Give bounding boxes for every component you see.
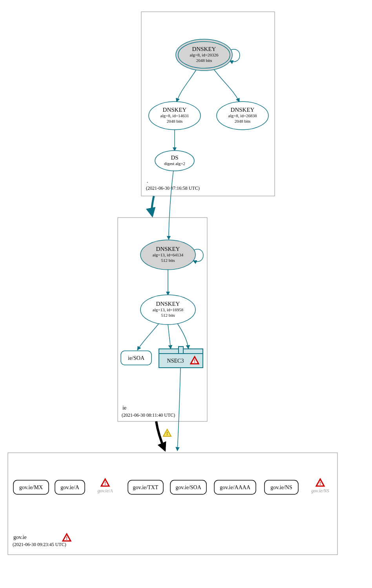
edge-nsec3-govie: [177, 368, 181, 451]
root-zsk1-sub1: alg=8, id=14631: [160, 113, 189, 118]
govie-a-label: gov.ie/A: [60, 485, 80, 490]
warning-icon: !: [163, 429, 171, 436]
root-ds: [155, 151, 194, 171]
govie-soa-label: gov.ie/SOA: [175, 485, 201, 490]
root-zsk2-sub2: 2048 bits: [235, 119, 251, 123]
root-ds-title: DS: [171, 154, 178, 161]
svg-text:!: !: [194, 358, 195, 364]
svg-text:!: !: [104, 481, 106, 486]
warning-icon: !: [316, 479, 324, 486]
edge-iezsk-nsec3-b: [177, 323, 188, 349]
root-zsk2-sub1: alg=8, id=26838: [228, 113, 257, 118]
root-zone-time: (2021-06-30 07:16:58 UTC): [146, 185, 200, 191]
dnssec-diagram: . (2021-06-30 07:16:58 UTC) DNSKEY alg=8…: [4, 4, 368, 584]
ie-ksk-sub2: 512 bits: [161, 258, 175, 263]
edge-rksk-rzsk2: [214, 69, 239, 102]
ie-zsk-title: DNSKEY: [156, 301, 180, 307]
edge-rksk-rzsk1: [177, 70, 196, 102]
govie-zone-time: (2021-06-30 09:23:45 UTC): [13, 542, 66, 547]
root-zsk2-title: DNSKEY: [231, 107, 255, 113]
root-ds-sub1: digest alg=2: [164, 161, 185, 166]
ie-zone-time: (2021-06-30 08:11:40 UTC): [122, 412, 175, 418]
govie-mx-label: gov.ie/MX: [19, 485, 43, 490]
govie-ns-label: gov.ie/NS: [270, 485, 292, 490]
warning-icon: !: [101, 479, 109, 486]
svg-text:!: !: [66, 535, 67, 541]
ie-ksk-title: DNSKEY: [156, 246, 180, 252]
govie-aaaa-label: gov.ie/AAAA: [220, 485, 251, 490]
ie-nsec3-group: NSEC3 !: [159, 347, 203, 368]
edge-iezsk-iesoa: [137, 323, 159, 350]
ie-soa-label: ie/SOA: [128, 355, 145, 361]
svg-rect-2: [179, 347, 183, 354]
govie-txt-label: gov.ie/TXT: [133, 485, 159, 490]
edge-ds-ieksk: [169, 171, 173, 240]
root-ksk-sub2: 2048 bits: [196, 58, 212, 63]
warning-icon: !: [63, 534, 71, 541]
govie-a-grey: gov.ie/A: [98, 488, 113, 494]
govie-ns-grey: gov.ie/NS: [311, 488, 329, 494]
govie-zone-box: [8, 453, 337, 555]
ie-zone-name: ie: [122, 405, 126, 411]
ie-nsec3-label: NSEC3: [167, 358, 184, 364]
root-ksk-title: DNSKEY: [192, 46, 216, 52]
edge-root-to-ie-zone: [152, 196, 154, 216]
ie-zsk-sub1: alg=13, id=16958: [153, 307, 184, 312]
svg-text:!: !: [166, 431, 168, 436]
root-zone-name: .: [147, 178, 148, 184]
svg-text:!: !: [319, 481, 321, 486]
govie-zone-name: gov.ie: [13, 534, 27, 540]
root-ksk-sub1: alg=8, id=20326: [190, 53, 219, 57]
root-zsk1-title: DNSKEY: [163, 107, 187, 113]
ie-zsk-sub2: 512 bits: [161, 313, 175, 318]
ie-ksk-sub1: alg=13, id=64134: [153, 252, 184, 257]
root-zsk1-sub2: 2048 bits: [167, 119, 183, 123]
edge-iezsk-nsec3-a: [168, 325, 171, 349]
